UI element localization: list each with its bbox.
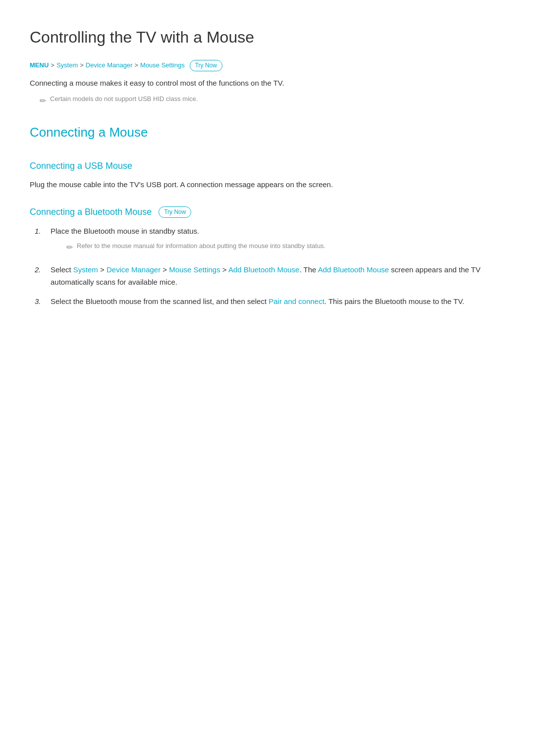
step1-note-text: Refer to the mouse manual for informatio… (77, 241, 325, 251)
bluetooth-mouse-subsection-title: Connecting a Bluetooth Mouse (30, 205, 152, 219)
breadcrumb-system[interactable]: System (56, 60, 78, 71)
intro-text: Connecting a mouse makes it easy to cont… (30, 77, 505, 89)
breadcrumb-try-now-badge[interactable]: Try Now (190, 60, 222, 71)
step1-note-block: ✏ Refer to the mouse manual for informat… (66, 241, 505, 254)
step2-period: . The (299, 265, 318, 274)
connecting-mouse-section-title: Connecting a Mouse (30, 122, 505, 145)
page-title: Controlling the TV with a Mouse (30, 25, 505, 50)
breadcrumb-sep1: > (51, 60, 54, 71)
step1-note-icon: ✏ (66, 241, 73, 254)
breadcrumb-mouse-settings[interactable]: Mouse Settings (140, 60, 185, 71)
step3-prefix: Select the Bluetooth mouse from the scan… (51, 297, 268, 305)
list-item: Place the Bluetooth mouse in standby sta… (35, 225, 505, 257)
step2-device-manager-link[interactable]: Device Manager (107, 265, 160, 274)
breadcrumb-menu[interactable]: MENU (30, 60, 49, 71)
step2-sep1: > (98, 265, 107, 274)
step2-sep2: > (160, 265, 169, 274)
step2-system-link[interactable]: System (73, 265, 98, 274)
bluetooth-try-now-badge[interactable]: Try Now (159, 206, 191, 218)
breadcrumb: MENU > System > Device Manager > Mouse S… (30, 60, 505, 71)
note-icon: ✏ (40, 95, 46, 107)
bluetooth-mouse-subsection-header: Connecting a Bluetooth Mouse Try Now (30, 205, 505, 219)
usb-mouse-subsection-title: Connecting a USB Mouse (30, 159, 505, 173)
step3-pair-connect-link[interactable]: Pair and connect (268, 297, 324, 305)
step2-sep3: > (220, 265, 228, 274)
breadcrumb-sep2: > (80, 60, 84, 71)
step2-mouse-settings-link[interactable]: Mouse Settings (169, 265, 220, 274)
step2-add-bluetooth-link[interactable]: Add Bluetooth Mouse (228, 265, 299, 274)
step3-suffix: . This pairs the Bluetooth mouse to the … (324, 297, 464, 305)
intro-note-block: ✏ Certain models do not support USB HID … (40, 94, 505, 107)
breadcrumb-sep3: > (134, 60, 138, 71)
step1-text: Place the Bluetooth mouse in standby sta… (51, 227, 199, 235)
bluetooth-steps-list: Place the Bluetooth mouse in standby sta… (35, 225, 505, 307)
list-item: Select the Bluetooth mouse from the scan… (35, 296, 505, 308)
intro-note-text: Certain models do not support USB HID cl… (50, 94, 198, 104)
step1-content: Place the Bluetooth mouse in standby sta… (51, 225, 505, 257)
breadcrumb-device-manager[interactable]: Device Manager (86, 60, 133, 71)
step2-prefix: Select (51, 265, 73, 274)
step3-content: Select the Bluetooth mouse from the scan… (51, 296, 505, 308)
list-item: Select System > Device Manager > Mouse S… (35, 264, 505, 289)
step2-add-bluetooth-link2[interactable]: Add Bluetooth Mouse (318, 265, 389, 274)
usb-mouse-body: Plug the mouse cable into the TV's USB p… (30, 179, 505, 191)
step2-content: Select System > Device Manager > Mouse S… (51, 264, 505, 289)
